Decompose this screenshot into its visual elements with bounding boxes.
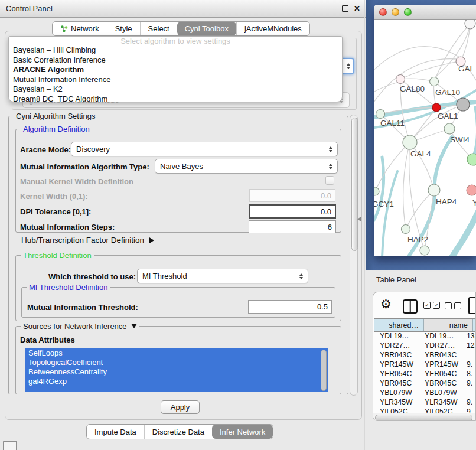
mi-threshold-field[interactable]: 0.5 xyxy=(248,300,332,314)
mi-threshold-label: Mutual Information Threshold: xyxy=(27,303,138,312)
attributes-scrollbar-thumb[interactable] xyxy=(321,350,327,391)
which-threshold-select[interactable]: MI Threshold xyxy=(137,269,308,283)
table-cell: YDR27… xyxy=(419,341,462,350)
dpi-tolerance-field[interactable]: 0.0 xyxy=(249,204,336,219)
algorithm-option-bayesian-hill-climbing[interactable]: Bayesian – Hill Climbing xyxy=(9,45,342,56)
stepper-arrows-icon xyxy=(342,63,350,69)
node-gal4[interactable] xyxy=(403,135,417,149)
algorithm-option-aracne-algorithm[interactable]: ARACNE Algorithm xyxy=(9,65,342,75)
mi-algorithm-type-select[interactable]: Naive Bayes xyxy=(155,159,338,174)
tab-discretize-data[interactable]: Discretize Data xyxy=(144,425,212,439)
node-hap2[interactable] xyxy=(402,225,410,234)
stepper-arrows-icon xyxy=(295,273,303,279)
apply-button[interactable]: Apply xyxy=(161,400,200,414)
table-row[interactable]: YBR043CYBR043C xyxy=(374,350,476,360)
node-gray[interactable] xyxy=(457,98,470,111)
zoom-traffic-light-icon[interactable] xyxy=(404,8,412,16)
node-gal80[interactable] xyxy=(396,75,405,84)
minimize-traffic-light-icon[interactable] xyxy=(392,8,399,16)
mi-steps-field[interactable]: 6 xyxy=(249,220,336,233)
network-window-titlebar[interactable] xyxy=(374,5,476,20)
sources-title[interactable]: Sources for Network Inference xyxy=(21,322,139,331)
column-header-shared[interactable]: shared… xyxy=(374,319,424,331)
check-all-icon[interactable]: ✓✓ xyxy=(423,302,440,309)
table-row[interactable]: YER054CYER054C8. xyxy=(374,369,476,379)
algorithm-option-mutual-information-inference[interactable]: Mutual Information Inference xyxy=(9,75,342,85)
node-label-gal1: GAL1 xyxy=(438,112,458,120)
node-partial-top[interactable] xyxy=(465,20,475,29)
sources-title-text: Sources for Network Inference xyxy=(23,322,127,331)
table-cell: 9. xyxy=(462,360,476,369)
attribute-item-topologicalcoefficient[interactable]: TopologicalCoefficient xyxy=(25,358,328,367)
mi-threshold-title: MI Threshold Definition xyxy=(27,283,110,292)
hub-definition-toggle[interactable]: Hub/Transcription Factor Definition xyxy=(21,236,154,244)
tab-cyni-toolbox[interactable]: Cyni Toolbox xyxy=(177,22,236,35)
attribute-item-selfloops[interactable]: SelfLoops xyxy=(25,348,328,358)
stepper-arrows-icon xyxy=(324,164,332,169)
gear-icon[interactable]: ⚙ xyxy=(380,297,392,311)
tab-infer-network[interactable]: Infer Network xyxy=(212,425,273,439)
table-header-row[interactable]: shared…name xyxy=(374,318,476,332)
node-label-gal4: GAL4 xyxy=(410,149,431,158)
algorithm-dropdown[interactable]: Select algorithm to view settings Bayesi… xyxy=(8,36,343,102)
close-icon[interactable]: ✕ xyxy=(354,4,360,13)
table-cell: 9. xyxy=(462,379,476,387)
splitter-collapse-icon[interactable] xyxy=(357,217,361,221)
kernel-width-value: 0.0 xyxy=(321,191,331,200)
algorithm-option-basic-correlation-inference[interactable]: Basic Correlation Inference xyxy=(9,56,342,66)
node-gal1[interactable] xyxy=(432,103,441,112)
table-cell: YBR045C xyxy=(374,379,419,387)
node-gal10[interactable] xyxy=(430,77,439,86)
table-hscrollbar-thumb[interactable] xyxy=(375,415,472,421)
node-gal11[interactable] xyxy=(376,110,385,119)
column-header-clipped[interactable] xyxy=(473,319,476,331)
manual-kernel-width-checkbox[interactable] xyxy=(325,176,334,185)
node-swi4[interactable] xyxy=(444,123,455,134)
node-label-gal10: GAL10 xyxy=(435,88,460,97)
table-cell: YPR145W xyxy=(419,360,462,369)
kernel-width-field: 0.0 xyxy=(249,189,335,202)
network-edge xyxy=(400,61,461,79)
node-green-right[interactable] xyxy=(467,154,476,165)
table-row[interactable]: YDR27…YDR27…12 xyxy=(374,341,476,350)
table-row[interactable]: YPR145WYPR145W9. xyxy=(374,360,476,369)
network-canvas[interactable]: GALGAL80GAL10GAL1GAL11SWI4GAL4GCY1HAP4YH… xyxy=(374,20,476,256)
network-view-window[interactable]: GALGAL80GAL10GAL1GAL11SWI4GAL4GCY1HAP4YH… xyxy=(374,5,476,256)
table-row[interactable]: YBL079WYBL079W xyxy=(374,388,476,397)
table-row[interactable]: YLR345WYLR345W9. xyxy=(374,397,476,407)
attribute-item-betweennesscentrality[interactable]: BetweennessCentrality xyxy=(25,367,328,377)
tab-network[interactable]: Network xyxy=(53,22,107,35)
table-row[interactable]: YDL19…YDL19…13 xyxy=(374,331,476,341)
algorithm-option-dream8-dc-tdc-algorithm[interactable]: Dream8 DC_TDC Algorithm xyxy=(9,94,342,103)
table-horizontal-scrollbar[interactable] xyxy=(373,413,476,421)
column-header-name[interactable]: name xyxy=(424,319,473,331)
node-y[interactable] xyxy=(467,185,476,195)
tab-select[interactable]: Select xyxy=(140,22,177,35)
partial-table-icon[interactable] xyxy=(468,297,476,314)
data-attributes-list[interactable]: SelfLoopsTopologicalCoefficientBetweenne… xyxy=(25,348,328,392)
tab-jactivemnodules[interactable]: jActiveMNodules xyxy=(236,22,309,35)
network-icon xyxy=(60,25,68,32)
settings-scrollbar-thumb[interactable] xyxy=(351,118,358,251)
algorithm-option-bayesian-k2[interactable]: Bayesian – K2 xyxy=(9,84,342,94)
control-panel-title: Control Panel xyxy=(6,4,53,13)
node-bottom[interactable] xyxy=(420,246,429,255)
node-gcy1[interactable] xyxy=(374,187,379,195)
table-cell: YLR345W xyxy=(374,398,419,406)
table-cell: YER054C xyxy=(419,370,462,378)
attribute-item-gal4rgexp[interactable]: gal4RGexp xyxy=(25,377,328,386)
node-hap4[interactable] xyxy=(428,184,440,196)
close-traffic-light-icon[interactable] xyxy=(379,8,387,16)
table-row[interactable]: YBR045CYBR045C9. xyxy=(374,379,476,388)
hub-definition-label: Hub/Transcription Factor Definition xyxy=(21,236,144,244)
tab-style[interactable]: Style xyxy=(107,22,140,35)
split-columns-icon[interactable] xyxy=(403,299,418,314)
minimized-panel-icon[interactable] xyxy=(3,441,17,450)
mi-steps-label: Mutual Information Steps: xyxy=(20,223,115,231)
tab-label: Style xyxy=(115,24,132,33)
tab-impute-data[interactable]: Impute Data xyxy=(87,425,144,439)
uncheck-all-icon[interactable] xyxy=(445,302,461,309)
settings-scrollbar[interactable] xyxy=(350,115,358,396)
aracne-mode-select[interactable]: Discovery xyxy=(71,142,338,156)
float-window-icon[interactable] xyxy=(342,5,348,12)
